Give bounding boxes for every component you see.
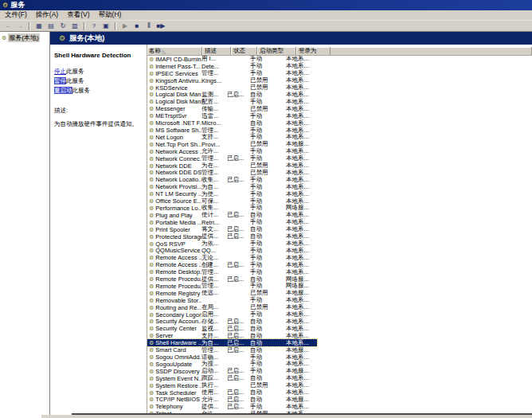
service-action-link[interactable]: 暂停此服务 — [54, 77, 144, 85]
properties-icon[interactable]: ▤ — [45, 21, 57, 32]
service-gear-icon: ⚙ — [149, 305, 154, 311]
description-text: 为自动播放硬件事件提供通知。 — [54, 120, 144, 128]
service-name-text: Logical Disk Man... — [155, 98, 201, 105]
service-gear-icon: ⚙ — [149, 127, 154, 133]
service-gear-icon: ⚙ — [149, 57, 154, 62]
service-action-link[interactable]: 停止此服务 — [54, 68, 144, 76]
service-name-cell: ⚙METrsptSvr — [147, 112, 201, 119]
menu-item[interactable]: 帮助(H) — [99, 10, 122, 20]
service-name-cell: ⚙Kingsoft Antiviru... — [147, 77, 201, 84]
service-name-cell: ⚙SogouUpdate — [147, 361, 201, 368]
service-gear-icon: ⚙ — [149, 383, 154, 389]
service-gear-icon: ⚙ — [149, 191, 154, 197]
service-name-cell: ⚙SSDP Discovery ... — [147, 368, 201, 375]
service-gear-icon: ⚙ — [149, 71, 154, 76]
column-header-filler — [331, 47, 532, 55]
service-gear-icon: ⚙ — [149, 283, 154, 289]
service-name-text: Telephony — [155, 403, 182, 410]
service-gear-icon: ⚙ — [149, 291, 154, 296]
services-window: ⚙ 服务 文件(F)操作(A)查看(V)帮助(H) ←→▦▤↻▥?▣▶■Ⅱ■▶ … — [0, 0, 532, 418]
column-header-logon[interactable]: 登录为 — [296, 47, 331, 55]
start-service-icon[interactable]: ▶ — [119, 21, 131, 32]
column-header-status[interactable]: 状态 — [231, 47, 257, 55]
banner-title: 服务(本地) — [69, 33, 104, 44]
link-action-text: 停止 — [54, 68, 66, 75]
service-name-text: Remote Procedu... — [155, 275, 201, 283]
service-name-text: NT LM Security ... — [155, 190, 201, 197]
help-icon[interactable]: ? — [88, 21, 100, 32]
service-gear-icon: ⚙ — [149, 369, 154, 374]
service-gear-icon: ⚙ — [149, 234, 154, 240]
tree-node-services-local[interactable]: ⚙ 服务(本地) — [0, 32, 49, 43]
service-gear-icon: ⚙ — [149, 318, 154, 324]
service-name-text: Security Center — [155, 325, 197, 332]
column-header-name[interactable]: 名称◺ — [147, 47, 202, 55]
service-gear-icon: ⚙ — [149, 354, 154, 360]
service-gear-icon: ⚙ — [149, 397, 154, 402]
service-name-text: Remote Access ... — [155, 254, 201, 261]
service-gear-icon: ⚙ — [149, 255, 154, 260]
service-name-cell: ⚙Shell Hardware ... — [147, 339, 201, 346]
service-gear-icon: ⚙ — [149, 376, 154, 381]
service-gear-icon: ⚙ — [149, 142, 154, 147]
forward-icon[interactable]: → — [14, 21, 25, 32]
service-name-cell: ⚙Remote Access ... — [147, 254, 201, 261]
service-gear-icon: ⚙ — [149, 404, 154, 409]
service-gear-icon: ⚙ — [149, 64, 154, 69]
service-gear-icon: ⚙ — [149, 106, 154, 111]
service-name-text: Remote Access ... — [155, 261, 201, 268]
service-name-cell: ⚙Network Access ... — [147, 148, 201, 155]
service-status-cell: 已启... — [227, 346, 250, 354]
service-name-text: METrsptSvr — [155, 112, 186, 119]
service-name-cell: ⚙Performance Lo... — [147, 205, 201, 212]
window-icon[interactable]: ▣ — [100, 21, 111, 32]
stop-service-icon[interactable]: ■ — [131, 21, 143, 32]
pause-service-icon[interactable]: Ⅱ — [143, 21, 155, 32]
export-list-icon[interactable]: ▥ — [69, 21, 80, 32]
service-gear-icon: ⚙ — [149, 113, 154, 119]
service-name-cell: ⚙Protected Storage — [147, 233, 201, 240]
service-status-cell: 已启... — [227, 232, 250, 240]
service-status-cell: 已启... — [227, 211, 250, 219]
service-name-cell: ⚙Network Connec... — [147, 155, 201, 162]
column-header-desc[interactable]: 描述 — [202, 47, 231, 55]
service-name-cell: ⚙Internet Pass-T... — [147, 63, 201, 70]
service-gear-icon: ⚙ — [149, 347, 154, 353]
back-icon[interactable]: ← — [2, 21, 14, 32]
service-gear-icon: ⚙ — [149, 333, 154, 338]
column-header-startup[interactable]: 启动类型 — [257, 47, 296, 55]
service-gear-icon: ⚙ — [149, 298, 154, 303]
service-name-text: Performance Lo... — [155, 205, 201, 212]
service-name-text: Secondary Logon — [155, 311, 201, 318]
menu-bar: 文件(F)操作(A)查看(V)帮助(H) — [0, 10, 532, 21]
service-name-cell: ⚙Task Scheduler — [147, 389, 201, 397]
service-action-link[interactable]: 重启动此服务 — [54, 87, 144, 95]
service-name-cell: ⚙NT LM Security ... — [147, 190, 201, 197]
service-name-text: Smart Card — [155, 346, 186, 354]
refresh-icon[interactable]: ↻ — [57, 21, 68, 32]
service-gear-icon: ⚙ — [149, 156, 154, 162]
service-info-pane: Shell Hardware Detection 停止此服务暂停此服务重启动此服… — [50, 45, 147, 418]
service-name-cell: ⚙Net Logon — [147, 134, 201, 141]
menu-item[interactable]: 操作(A) — [36, 10, 58, 20]
extended-view: Shell Hardware Detection 停止此服务暂停此服务重启动此服… — [50, 45, 532, 418]
menu-item[interactable]: 查看(V) — [67, 10, 89, 20]
service-name-text: Removable Stor... — [155, 297, 201, 304]
service-gear-icon: ⚙ — [149, 262, 154, 268]
restart-service-icon[interactable]: ■▶ — [155, 21, 166, 32]
show-tree-icon[interactable]: ▦ — [33, 21, 45, 32]
service-gear-icon: ⚙ — [149, 198, 154, 204]
tree-node-label: 服务(本地) — [8, 33, 39, 42]
service-name-cell: ⚙Net.Tcp Port Sh... — [147, 141, 201, 148]
service-name-cell: ⚙IPSEC Services — [147, 70, 201, 77]
service-name-text: System Restore ... — [155, 382, 201, 389]
service-status-cell: 已启... — [227, 176, 250, 184]
menu-item[interactable]: 文件(F) — [5, 10, 27, 20]
sort-asc-icon: ◺ — [162, 49, 166, 54]
title-bar[interactable]: ⚙ 服务 — [0, 0, 532, 10]
service-name-text: Protected Storage — [155, 233, 201, 240]
service-name-cell: ⚙Logical Disk Man... — [147, 91, 201, 98]
service-name-cell: ⚙IMAPI CD-Burnin... — [147, 56, 201, 63]
service-name-text: TCP/IP NetBIOS ... — [155, 396, 201, 403]
service-name-text: Network Provisi... — [155, 183, 201, 190]
